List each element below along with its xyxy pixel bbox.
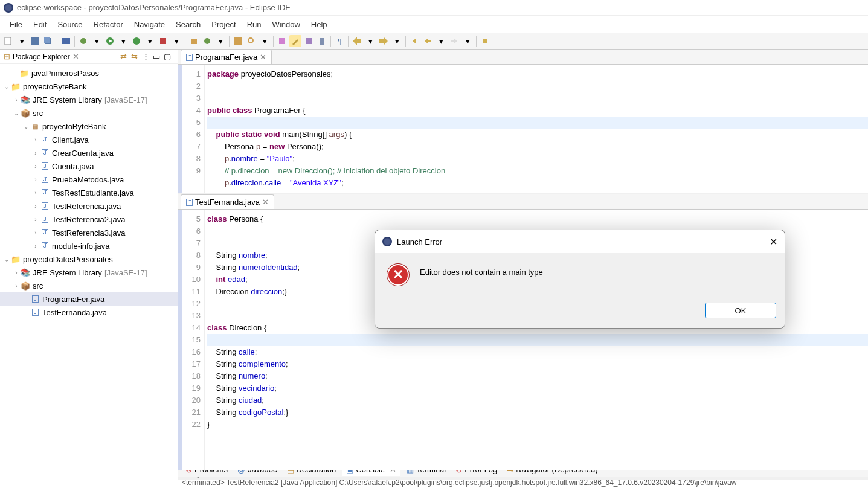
menu-refactor[interactable]: Refactor <box>89 18 128 31</box>
terminal-button[interactable] <box>60 35 72 47</box>
tree-library[interactable]: ›📚JRE System Library[JavaSE-17] <box>0 93 178 106</box>
save-button[interactable] <box>29 35 41 47</box>
menu-navigate[interactable]: Navigate <box>129 18 170 31</box>
eclipse-icon <box>382 237 392 246</box>
tree-java-file[interactable]: ›🄹CrearCuenta.java <box>0 146 178 159</box>
dialog-title-bar[interactable]: Launch Error ✕ <box>375 230 785 253</box>
tree-project[interactable]: ⌄📁proyectoByteBank <box>0 80 178 93</box>
dropdown-icon[interactable]: ▾ <box>435 35 447 47</box>
dropdown-icon[interactable]: ▾ <box>117 35 129 47</box>
tree-java-file[interactable]: ›🄹module-info.java <box>0 239 178 252</box>
menu-bar: File Edit Source Refactor Navigate Searc… <box>0 16 868 33</box>
project-tree[interactable]: 📁javaPrimerosPasos ⌄📁proyectoByteBank ›📚… <box>0 64 178 488</box>
title-bar: eclipse-workspace - proyectoDatosPersona… <box>0 0 868 16</box>
tree-library[interactable]: ›📚JRE System Library[JavaSE-17] <box>0 266 178 279</box>
dropdown-icon[interactable]: ▾ <box>259 35 271 47</box>
tree-java-file[interactable]: ›🄹TestReferencia2.java <box>0 213 178 226</box>
line-gutter: 123456789 <box>182 65 205 193</box>
svg-rect-10 <box>191 39 197 44</box>
ok-button[interactable]: OK <box>705 303 776 318</box>
dropdown-icon[interactable]: ▾ <box>144 35 156 47</box>
edit-button[interactable] <box>289 35 301 47</box>
open-type-button[interactable] <box>232 35 244 47</box>
tab-label: TestFernanda.java <box>195 197 260 207</box>
open-task-button[interactable] <box>276 35 288 47</box>
save-all-button[interactable] <box>42 35 54 47</box>
code-content[interactable]: package proyectoDatosPersonales; public … <box>205 65 868 193</box>
bookmark-button[interactable] <box>316 35 328 47</box>
tree-src-folder[interactable]: ›📦src <box>0 279 178 292</box>
dropdown-icon[interactable]: ▾ <box>461 35 474 47</box>
editor-tab[interactable]: 🄹 ProgramaFer.java ✕ <box>181 50 272 64</box>
menu-search[interactable]: Search <box>171 18 205 31</box>
svg-rect-14 <box>279 38 285 44</box>
dropdown-icon[interactable]: ▾ <box>364 35 376 47</box>
new-class-button[interactable] <box>201 35 213 47</box>
new-button[interactable] <box>2 35 14 47</box>
package-explorer-header: ⊞ Package Explorer ✕ ⇄ ⇆ ⋮ ▭ ▢ <box>0 50 178 64</box>
tree-src-folder[interactable]: ⌄📦src <box>0 106 178 120</box>
tree-java-file[interactable]: ›🄹TestReferencia.java <box>0 199 178 213</box>
annotation-next-button[interactable] <box>378 35 390 47</box>
tree-java-file[interactable]: ›🄹Cuenta.java <box>0 159 178 173</box>
run-button[interactable] <box>104 35 116 47</box>
svg-rect-12 <box>234 37 242 45</box>
toggle-button[interactable] <box>303 35 315 47</box>
close-icon[interactable]: ✕ <box>770 236 777 248</box>
new-pkg-button[interactable] <box>188 35 200 47</box>
tree-java-file[interactable]: ›🄹PruebaMetodos.java <box>0 173 178 186</box>
close-icon[interactable]: ✕ <box>260 53 266 62</box>
java-file-icon: 🄹 <box>186 54 193 61</box>
minimize-icon[interactable]: ▭ <box>153 52 162 62</box>
annotation-prev-button[interactable] <box>351 35 363 47</box>
ext-tools-button[interactable] <box>157 35 169 47</box>
svg-rect-1 <box>31 37 39 45</box>
dropdown-icon[interactable]: ▾ <box>91 35 103 47</box>
package-explorer-icon: ⊞ <box>4 52 10 61</box>
svg-rect-4 <box>62 38 70 44</box>
window-title: eclipse-workspace - proyectoDatosPersona… <box>17 3 291 12</box>
close-icon[interactable]: ✕ <box>72 52 79 61</box>
view-menu-icon[interactable]: ⋮ <box>142 52 152 62</box>
dropdown-icon[interactable]: ▾ <box>16 35 28 47</box>
search-button[interactable] <box>245 35 257 47</box>
tree-project[interactable]: ⌄📁proyectoDatosPersonales <box>0 252 178 266</box>
menu-help[interactable]: Help <box>306 18 332 31</box>
coverage-button[interactable] <box>130 35 143 47</box>
tree-project[interactable]: 📁javaPrimerosPasos <box>0 66 178 80</box>
debug-button[interactable] <box>77 35 89 47</box>
dropdown-icon[interactable]: ▾ <box>391 35 403 47</box>
svg-rect-0 <box>5 37 11 45</box>
tree-package[interactable]: ⌄▦proyectoByteBank <box>0 120 178 133</box>
menu-project[interactable]: Project <box>207 18 240 31</box>
close-icon[interactable]: ✕ <box>262 197 269 207</box>
tree-java-file-selected[interactable]: 🄹ProgramaFer.java <box>0 292 178 306</box>
link-editor-icon[interactable]: ⇆ <box>131 52 141 62</box>
tree-java-file[interactable]: ›🄹TesResfEstudiante.java <box>0 186 178 199</box>
tree-java-file[interactable]: ›🄹Client.java <box>0 133 178 146</box>
menu-run[interactable]: Run <box>242 18 266 31</box>
error-icon: ✕ <box>387 264 409 286</box>
pilcrow-icon[interactable]: ¶ <box>333 35 346 47</box>
editor1-code[interactable]: 123456789 package proyectoDatosPersonale… <box>178 65 868 193</box>
tree-java-file[interactable]: ›🄹TestReferencia3.java <box>0 226 178 239</box>
editor-tab[interactable]: 🄹 TestFernanda.java ✕ <box>181 194 274 209</box>
main-toolbar: ▾ ▾ ▾ ▾ ▾ ▾ ▾ ¶ ▾ ▾ ▾ ▾ <box>0 33 868 50</box>
package-explorer-title: Package Explorer <box>13 53 70 61</box>
pin-button[interactable] <box>479 35 491 47</box>
forward-button[interactable] <box>448 35 460 47</box>
dropdown-icon[interactable]: ▾ <box>170 35 182 47</box>
svg-point-8 <box>133 37 140 45</box>
back-button[interactable] <box>422 35 434 47</box>
menu-file[interactable]: File <box>5 18 27 31</box>
launch-error-dialog: Launch Error ✕ ✕ Editor does not contain… <box>375 230 785 329</box>
tree-java-file[interactable]: 🄹TestFernanda.java <box>0 306 178 319</box>
menu-source[interactable]: Source <box>53 18 87 31</box>
svg-point-11 <box>204 38 210 44</box>
menu-window[interactable]: Window <box>268 18 305 31</box>
menu-edit[interactable]: Edit <box>28 18 51 31</box>
collapse-all-icon[interactable]: ⇄ <box>120 52 130 62</box>
dropdown-icon[interactable]: ▾ <box>214 35 227 47</box>
last-edit-button[interactable] <box>408 35 420 47</box>
maximize-icon[interactable]: ▢ <box>164 52 173 62</box>
